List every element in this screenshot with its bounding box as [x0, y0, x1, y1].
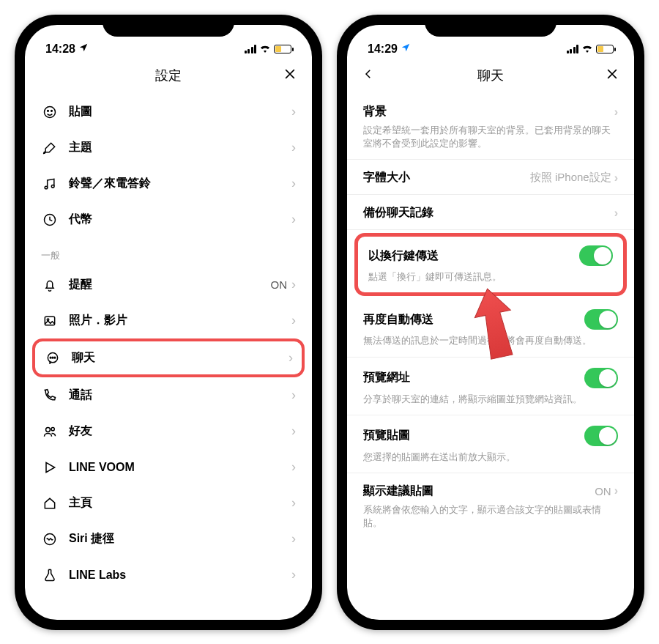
close-button[interactable]	[605, 65, 619, 86]
block-background[interactable]: 背景 › 設定希望統一套用於所有聊天室的背景。已套用背景的聊天室將不會受到此設定…	[347, 94, 634, 160]
svg-point-2	[51, 110, 53, 111]
chevron-right-icon: ›	[291, 313, 296, 328]
block-value: ON	[595, 485, 611, 497]
row-notifications[interactable]: 提醒 ON ›	[25, 267, 312, 303]
phone-right: 14:29 聊天	[337, 15, 644, 630]
wifi-icon	[259, 42, 271, 56]
block-desc: 您選擇的貼圖將在送出前放大顯示。	[363, 451, 618, 464]
row-label: 貼圖	[69, 104, 291, 119]
block-fontsize[interactable]: 字體大小 按照 iPhone設定 ›	[347, 160, 634, 195]
row-home[interactable]: 主頁 ›	[25, 485, 312, 521]
row-chat[interactable]: 聊天 ›	[35, 341, 302, 374]
block-backup[interactable]: 備份聊天記錄 ›	[347, 195, 634, 230]
chevron-right-icon: ›	[614, 207, 618, 220]
row-friends[interactable]: 好友 ›	[25, 413, 312, 449]
smile-icon	[41, 105, 59, 119]
section-general-title: 一般	[25, 237, 312, 267]
svg-point-13	[51, 427, 54, 430]
chat-settings-list: 背景 › 設定希望統一套用於所有聊天室的背景。已套用背景的聊天室將不會受到此設定…	[347, 94, 634, 620]
chat-icon	[44, 351, 62, 366]
phone-left: 14:28 設定 貼圖	[15, 15, 322, 630]
row-ringtone[interactable]: 鈴聲／來電答鈴 ›	[25, 166, 312, 201]
chevron-right-icon: ›	[291, 277, 296, 292]
location-icon	[401, 42, 411, 56]
row-calls[interactable]: 通話 ›	[25, 377, 312, 413]
block-desc: 系統將會依您輸入的文字，顯示適合該文字的貼圖或表情貼。	[363, 503, 618, 530]
row-stickers[interactable]: 貼圖 ›	[25, 94, 312, 130]
bell-icon	[41, 278, 59, 292]
block-send-enter[interactable]: 以換行鍵傳送 點選「換行」鍵即可傳送訊息。	[358, 237, 623, 292]
svg-point-1	[48, 110, 49, 111]
chevron-right-icon: ›	[291, 423, 296, 439]
chevron-right-icon: ›	[291, 495, 296, 511]
row-label: Siri 捷徑	[69, 531, 291, 547]
row-label: 聊天	[72, 350, 288, 366]
chevron-right-icon: ›	[291, 176, 296, 191]
header: 設定	[25, 57, 312, 94]
chevron-right-icon: ›	[614, 484, 618, 497]
voom-icon	[41, 460, 59, 475]
status-bar: 14:29	[347, 25, 634, 57]
settings-list: 貼圖 › 主題 › 鈴聲／來電答鈴 › 代幣 › 一般 提醒	[25, 94, 312, 620]
block-title-text: 顯示建議貼圖	[363, 484, 433, 499]
row-label: 好友	[69, 423, 291, 439]
back-button[interactable]	[362, 67, 375, 84]
row-label: 代幣	[69, 212, 291, 227]
chevron-right-icon: ›	[291, 140, 296, 155]
location-icon	[78, 42, 89, 56]
screen-left: 14:28 設定 貼圖	[25, 25, 312, 620]
status-time: 14:28	[45, 42, 75, 56]
brush-icon	[41, 141, 59, 155]
row-siri[interactable]: Siri 捷徑 ›	[25, 521, 312, 557]
chevron-right-icon: ›	[291, 212, 296, 227]
row-voom[interactable]: LINE VOOM ›	[25, 449, 312, 485]
battery-icon	[596, 45, 614, 53]
chevron-right-icon: ›	[614, 171, 618, 185]
chevron-right-icon: ›	[291, 567, 296, 582]
toggle-preview-sticker[interactable]	[584, 426, 618, 446]
svg-point-9	[50, 357, 51, 358]
block-title-text: 預覽貼圖	[363, 428, 410, 443]
row-value: ON	[271, 278, 288, 291]
block-preview-sticker[interactable]: 預覽貼圖 您選擇的貼圖將在送出前放大顯示。	[347, 415, 634, 473]
flask-icon	[41, 568, 59, 582]
page-title: 聊天	[477, 67, 504, 84]
row-label: LINE Labs	[69, 569, 291, 582]
block-title-text: 預覽網址	[363, 370, 410, 385]
photo-icon	[41, 314, 59, 328]
toggle-send-enter[interactable]	[579, 245, 613, 266]
block-desc: 設定希望統一套用於所有聊天室的背景。已套用背景的聊天室將不會受到此設定的影響。	[363, 124, 618, 150]
block-value: 按照 iPhone設定	[530, 171, 611, 185]
block-suggest-sticker[interactable]: 顯示建議貼圖 ON › 系統將會依您輸入的文字，顯示適合該文字的貼圖或表情貼。	[347, 473, 634, 538]
chevron-right-icon: ›	[614, 106, 618, 119]
status-time: 14:29	[368, 42, 398, 56]
status-bar: 14:28	[25, 25, 312, 57]
block-title-text: 再度自動傳送	[363, 312, 433, 327]
toggle-preview-url[interactable]	[584, 368, 618, 388]
screen-right: 14:29 聊天	[347, 25, 634, 620]
row-theme[interactable]: 主題 ›	[25, 130, 312, 166]
home-icon	[41, 496, 59, 511]
chevron-right-icon: ›	[288, 350, 293, 366]
highlight-send-enter: 以換行鍵傳送 點選「換行」鍵即可傳送訊息。	[354, 233, 627, 296]
phone-icon	[41, 388, 59, 403]
row-label: LINE VOOM	[69, 461, 291, 474]
block-auto-resend[interactable]: 再度自動傳送 無法傳送的訊息於一定時間過後，將會再度自動傳送。	[347, 299, 634, 357]
music-icon	[41, 177, 59, 191]
toggle-auto-resend[interactable]	[584, 309, 618, 330]
block-preview-url[interactable]: 預覽網址 分享於聊天室的連結，將顯示縮圖並預覽網站資訊。	[347, 358, 634, 415]
block-desc: 分享於聊天室的連結，將顯示縮圖並預覽網站資訊。	[363, 393, 618, 406]
row-coin[interactable]: 代幣 ›	[25, 201, 312, 237]
close-button[interactable]	[283, 65, 297, 86]
highlight-chat-row: 聊天 ›	[32, 338, 305, 377]
row-label: 主題	[69, 140, 291, 155]
row-label: 主頁	[69, 495, 291, 511]
row-labs[interactable]: LINE Labs ›	[25, 557, 312, 593]
block-desc: 點選「換行」鍵即可傳送訊息。	[368, 270, 613, 284]
svg-point-0	[45, 106, 56, 117]
clock-icon	[41, 212, 59, 227]
chevron-right-icon: ›	[291, 531, 296, 547]
row-photo-video[interactable]: 照片．影片 ›	[25, 303, 312, 338]
row-label: 照片．影片	[69, 313, 291, 328]
chevron-right-icon: ›	[291, 104, 296, 119]
